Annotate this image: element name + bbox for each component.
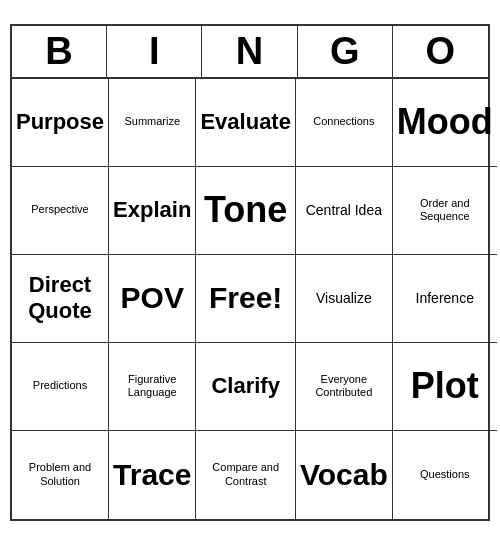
bingo-cell: Trace [109,431,196,519]
bingo-cell: Clarify [196,343,296,431]
cell-text: Questions [420,468,470,481]
bingo-cell: Questions [393,431,497,519]
cell-text: Tone [204,188,287,231]
bingo-cell: Order and Sequence [393,167,497,255]
bingo-grid: PurposeSummarizeEvaluateConnectionsMoodP… [12,79,488,519]
cell-text: Direct Quote [16,272,104,325]
cell-text: Explain [113,197,191,223]
cell-text: Connections [313,115,374,128]
cell-text: Inference [416,290,474,307]
header-letter: I [107,26,202,77]
bingo-cell: Free! [196,255,296,343]
bingo-cell: Summarize [109,79,196,167]
bingo-cell: Figurative Language [109,343,196,431]
cell-text: Figurative Language [113,373,191,399]
bingo-cell: Connections [296,79,393,167]
bingo-header: BINGO [12,26,488,79]
cell-text: Mood [397,100,493,143]
cell-text: Evaluate [200,109,291,135]
bingo-cell: Predictions [12,343,109,431]
bingo-cell: Compare and Contrast [196,431,296,519]
bingo-cell: Mood [393,79,497,167]
cell-text: Plot [411,364,479,407]
bingo-cell: POV [109,255,196,343]
bingo-cell: Vocab [296,431,393,519]
cell-text: Purpose [16,109,104,135]
cell-text: Compare and Contrast [200,461,291,487]
header-letter: O [393,26,488,77]
bingo-cell: Perspective [12,167,109,255]
cell-text: Central Idea [306,202,382,219]
bingo-cell: Inference [393,255,497,343]
cell-text: Summarize [124,115,180,128]
bingo-cell: Visualize [296,255,393,343]
cell-text: Predictions [33,379,87,392]
cell-text: Clarify [211,373,279,399]
cell-text: Free! [209,280,282,316]
header-letter: N [202,26,297,77]
header-letter: B [12,26,107,77]
cell-text: Vocab [300,457,388,493]
header-letter: G [298,26,393,77]
bingo-cell: Everyone Contributed [296,343,393,431]
cell-text: POV [121,280,184,316]
cell-text: Problem and Solution [16,461,104,487]
bingo-cell: Purpose [12,79,109,167]
bingo-card: BINGO PurposeSummarizeEvaluateConnection… [10,24,490,521]
bingo-cell: Direct Quote [12,255,109,343]
bingo-cell: Plot [393,343,497,431]
cell-text: Order and Sequence [397,197,493,223]
cell-text: Visualize [316,290,372,307]
bingo-cell: Evaluate [196,79,296,167]
cell-text: Trace [113,457,191,493]
bingo-cell: Problem and Solution [12,431,109,519]
bingo-cell: Tone [196,167,296,255]
bingo-cell: Explain [109,167,196,255]
bingo-cell: Central Idea [296,167,393,255]
cell-text: Everyone Contributed [300,373,388,399]
cell-text: Perspective [31,203,88,216]
